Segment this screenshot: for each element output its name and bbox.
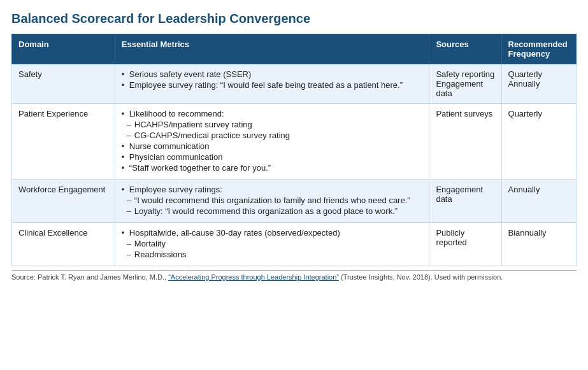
- frequency-item: Annually: [508, 185, 540, 194]
- domain-cell: Clinical Excellence: [12, 223, 115, 266]
- metrics-cell: Hospitalwide, all-cause 30-day rates (ob…: [115, 223, 429, 266]
- footer-note: Source: Patrick T. Ryan and James Merlin…: [11, 270, 577, 281]
- metric-item: Nurse communication: [122, 141, 423, 151]
- metric-item: “Staff worked together to care for you.”: [122, 163, 423, 173]
- sources-cell: Engagement data: [429, 180, 501, 223]
- frequency-item: Annually: [508, 79, 540, 89]
- header-domain: Domain: [12, 34, 115, 64]
- metric-item: Mortality: [122, 239, 423, 248]
- frequency-cell: QuarterlyAnnually: [501, 64, 576, 104]
- source-item: Patient surveys: [436, 109, 492, 118]
- header-frequency: Recommended Frequency: [501, 34, 576, 64]
- metrics-cell: Serious safety event rate (SSER)Employee…: [115, 64, 429, 104]
- table-row: SafetySerious safety event rate (SSER)Em…: [12, 64, 577, 104]
- sources-cell: Publicly reported: [429, 223, 501, 266]
- table-header-row: Domain Essential Metrics Sources Recomme…: [12, 34, 577, 64]
- metric-item: Employee survey ratings:: [122, 185, 423, 194]
- table-row: Patient ExperienceLikelihood to recommen…: [12, 104, 577, 180]
- frequency-item: Quarterly: [508, 69, 542, 79]
- metric-item: Loyalty: “I would recommend this organiz…: [122, 206, 423, 216]
- header-sources: Sources: [429, 34, 501, 64]
- metric-item: Serious safety event rate (SSER): [122, 69, 423, 79]
- frequency-cell: Biannually: [501, 223, 576, 266]
- footer-link[interactable]: “Accelerating Progress through Leadershi…: [168, 273, 339, 281]
- metric-item: HCAHPS/inpatient survey rating: [122, 120, 423, 129]
- frequency-cell: Quarterly: [501, 104, 576, 180]
- sources-cell: Safety reportingEngagement data: [429, 64, 501, 104]
- domain-cell: Patient Experience: [12, 104, 115, 180]
- footer-text-before: Source: Patrick T. Ryan and James Merlin…: [11, 273, 168, 281]
- metric-item: Likelihood to recommend:: [122, 109, 423, 118]
- frequency-item: Biannually: [508, 228, 547, 238]
- metric-item: Readmissions: [122, 250, 423, 259]
- table-row: Workforce EngagementEmployee survey rati…: [12, 180, 577, 223]
- source-item: Safety reporting: [436, 69, 494, 79]
- footer-text-after: (Trustee Insights, Nov. 2018). Used with…: [339, 273, 503, 281]
- source-item: Engagement data: [436, 79, 483, 98]
- domain-cell: Workforce Engagement: [12, 180, 115, 223]
- metric-item: “I would recommend this organization to …: [122, 196, 423, 205]
- metric-item: Physician communication: [122, 152, 423, 162]
- page-title: Balanced Scorecard for Leadership Conver…: [11, 11, 577, 26]
- metric-item: Hospitalwide, all-cause 30-day rates (ob…: [122, 228, 423, 238]
- metric-item: CG-CAHPS/medical practice survey rating: [122, 131, 423, 140]
- source-item: Engagement data: [436, 185, 483, 204]
- table-row: Clinical ExcellenceHospitalwide, all-cau…: [12, 223, 577, 266]
- domain-cell: Safety: [12, 64, 115, 104]
- header-metrics: Essential Metrics: [115, 34, 429, 64]
- frequency-item: Quarterly: [508, 109, 542, 118]
- metrics-cell: Employee survey ratings:“I would recomme…: [115, 180, 429, 223]
- source-item: Publicly reported: [436, 228, 466, 247]
- scorecard-table: Domain Essential Metrics Sources Recomme…: [11, 34, 577, 266]
- frequency-cell: Annually: [501, 180, 576, 223]
- metrics-cell: Likelihood to recommend:HCAHPS/inpatient…: [115, 104, 429, 180]
- metric-item: Employee survey rating: “I would feel sa…: [122, 80, 423, 90]
- sources-cell: Patient surveys: [429, 104, 501, 180]
